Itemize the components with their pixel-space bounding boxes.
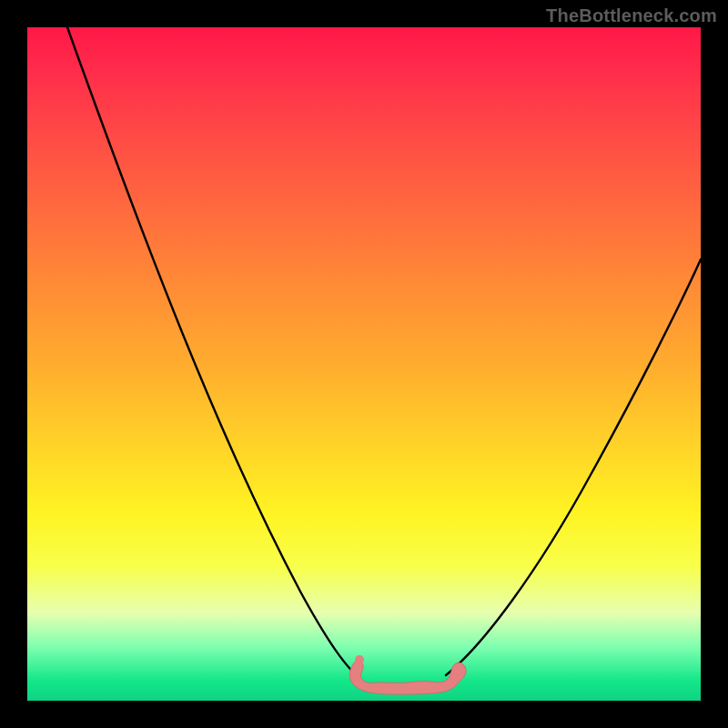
valley-floor-blob bbox=[349, 661, 466, 694]
curve-right-branch bbox=[446, 259, 701, 675]
curve-left-branch bbox=[67, 27, 357, 675]
chart-plot-area bbox=[27, 27, 701, 701]
chart-overlay-svg bbox=[27, 27, 701, 701]
watermark-text: TheBottleneck.com bbox=[546, 5, 717, 26]
valley-floor-dot bbox=[355, 655, 364, 664]
chart-frame: TheBottleneck.com bbox=[0, 0, 728, 728]
